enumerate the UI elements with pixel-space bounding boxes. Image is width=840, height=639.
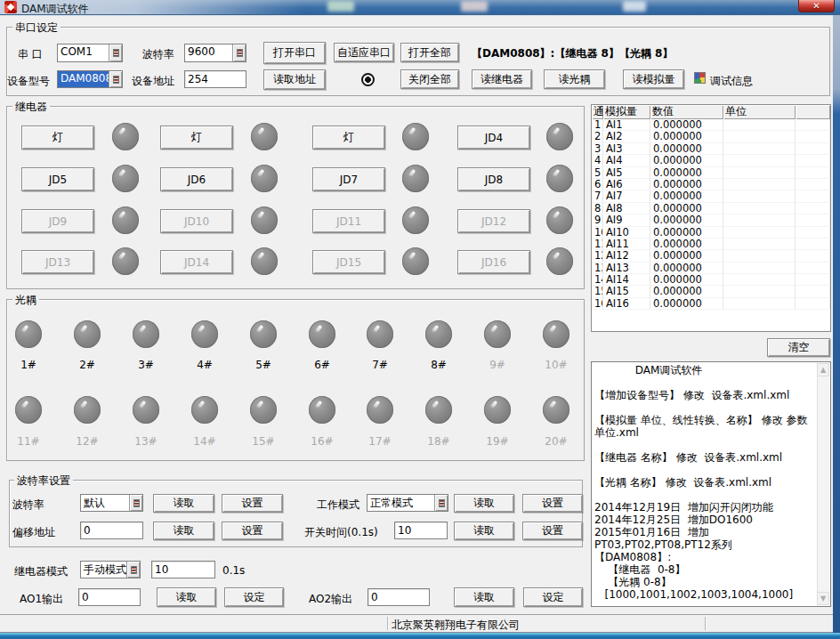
table-row[interactable]: 16AI160.000000 <box>592 298 830 310</box>
table-cell <box>796 227 830 238</box>
open-all-button[interactable]: 打开全部 <box>400 43 459 62</box>
debug-info-icon[interactable] <box>694 72 706 84</box>
table-cell <box>796 298 830 309</box>
application-window: DAM调试软件 ✕ 串口设定 串 口 COM1 波特率 9600 打开串口 自适… <box>0 0 840 639</box>
offset-read-button[interactable]: 读取 <box>153 522 214 540</box>
combo-scroll-icon[interactable] <box>109 71 122 87</box>
ao1-input[interactable] <box>78 588 141 606</box>
relay-button[interactable]: JD5 <box>21 167 94 191</box>
table-row[interactable]: 8AI80.000000 <box>592 203 830 214</box>
relay-indicator <box>251 123 278 150</box>
combo-scroll-icon[interactable] <box>232 44 246 61</box>
close-button[interactable]: ✕ <box>798 0 835 12</box>
table-row[interactable]: 6AI60.000000 <box>592 179 830 190</box>
offset-address-input[interactable] <box>80 522 143 539</box>
switch-time-set-button[interactable]: 设置 <box>522 522 583 540</box>
ao2-read-button[interactable]: 读取 <box>454 587 514 607</box>
statusbar-divider <box>705 617 706 630</box>
ao2-set-button[interactable]: 设定 <box>523 587 583 607</box>
relay-button[interactable]: JD8 <box>457 167 530 191</box>
table-row[interactable]: 4AI40.000000 <box>592 155 830 166</box>
table-header-extra[interactable] <box>796 105 830 119</box>
desktop-edge-bottom <box>0 633 840 639</box>
ao1-set-button[interactable]: 设定 <box>224 587 284 607</box>
table-cell: 0.000000 <box>650 179 723 190</box>
relay-button[interactable]: JD4 <box>457 125 530 150</box>
clear-button[interactable]: 清空 <box>767 338 830 357</box>
table-row[interactable]: 2AI20.000000 <box>592 131 830 142</box>
table-row[interactable]: 11AI110.000000 <box>592 239 830 250</box>
opto-indicator <box>250 320 277 348</box>
opto-label: 7# <box>360 359 400 371</box>
work-mode-read-button[interactable]: 读取 <box>454 494 514 513</box>
table-row[interactable]: 5AI50.000000 <box>592 167 830 179</box>
opto-label: 6# <box>303 359 342 371</box>
offset-set-button[interactable]: 设置 <box>222 522 283 540</box>
model-label: 设备型号 <box>7 74 50 89</box>
relay-button[interactable]: 灯 <box>21 125 94 150</box>
ao1-label: AO1输出 <box>20 592 63 607</box>
work-mode-set-button[interactable]: 设置 <box>522 494 583 513</box>
relay-button[interactable]: 灯 <box>312 125 385 150</box>
baud-setting-combobox[interactable]: 默认 <box>80 494 143 512</box>
table-header-channel[interactable]: 通 <box>592 105 603 119</box>
table-row[interactable]: 1AI10.000000 <box>592 119 830 131</box>
switch-time-input[interactable] <box>394 522 448 539</box>
table-row[interactable]: 10AI100.000000 <box>592 227 830 239</box>
table-cell <box>723 274 796 285</box>
table-cell: 7 <box>592 190 603 201</box>
opto-label: 14# <box>185 435 224 448</box>
table-row[interactable]: 7AI70.000000 <box>592 190 830 202</box>
scroll-down-icon[interactable]: ▼ <box>817 592 829 605</box>
relay-button[interactable]: JD7 <box>312 167 385 191</box>
table-row[interactable]: 3AI30.000000 <box>592 143 830 155</box>
table-header-analog[interactable]: 模拟量 <box>603 105 650 119</box>
info-scrollbar[interactable]: ▲ ▼ <box>817 363 829 605</box>
relay-indicator <box>546 165 573 192</box>
table-cell <box>796 143 830 154</box>
relay-button[interactable]: JD6 <box>160 167 233 191</box>
read-opto-button[interactable]: 读光耦 <box>544 69 605 89</box>
table-row[interactable]: 9AI90.000000 <box>592 214 830 226</box>
read-address-button[interactable]: 读取地址 <box>263 69 326 90</box>
ao2-input[interactable] <box>368 588 430 606</box>
combo-scroll-icon[interactable] <box>126 562 140 578</box>
table-row[interactable]: 13AI130.000000 <box>592 263 830 274</box>
table-row[interactable]: 15AI150.000000 <box>592 286 830 297</box>
baud-set-button[interactable]: 设置 <box>222 494 283 513</box>
opto-label: 2# <box>68 359 107 371</box>
baud-combobox[interactable]: 9600 <box>184 44 246 62</box>
baud-read-button[interactable]: 读取 <box>153 494 214 513</box>
table-row[interactable]: 12AI120.000000 <box>592 250 830 262</box>
table-header-unit[interactable]: 单位 <box>723 105 796 119</box>
close-all-button[interactable]: 关闭全部 <box>400 69 459 89</box>
table-cell: 0.000000 <box>650 190 723 201</box>
combo-scroll-icon[interactable] <box>434 495 448 511</box>
table-cell <box>796 286 830 296</box>
work-mode-combobox[interactable]: 正常模式 <box>367 494 448 512</box>
read-relay-button[interactable]: 读继电器 <box>472 69 532 89</box>
table-header-value[interactable]: 数值 <box>650 105 723 119</box>
switch-time-read-button[interactable]: 读取 <box>454 522 514 540</box>
read-analog-button[interactable]: 读模拟量 <box>623 69 684 89</box>
combo-scroll-icon[interactable] <box>109 44 122 61</box>
table-cell <box>723 167 796 178</box>
opto-label: 9# <box>478 359 517 371</box>
model-combobox[interactable]: DAM0808 <box>57 70 123 88</box>
relay-button[interactable]: 灯 <box>160 125 233 150</box>
address-input[interactable] <box>184 70 246 88</box>
relay-mode-time-input[interactable] <box>151 561 215 578</box>
baud-label: 波特率 <box>142 47 174 62</box>
ao1-read-button[interactable]: 读取 <box>157 587 216 607</box>
open-port-button[interactable]: 打开串口 <box>263 42 326 64</box>
table-row[interactable]: 14AI140.000000 <box>592 274 830 286</box>
opto-label: 3# <box>126 359 166 371</box>
table-cell: 0.000000 <box>650 274 723 285</box>
port-combobox[interactable]: COM1 <box>57 44 123 62</box>
adaptive-port-button[interactable]: 自适应串口 <box>334 43 394 62</box>
relay-mode-combobox[interactable]: 手动模式 <box>80 561 141 578</box>
table-cell: 0.000000 <box>650 155 723 166</box>
scroll-up-icon[interactable]: ▲ <box>817 363 829 376</box>
table-cell <box>723 227 796 238</box>
combo-scroll-icon[interactable] <box>129 495 142 511</box>
